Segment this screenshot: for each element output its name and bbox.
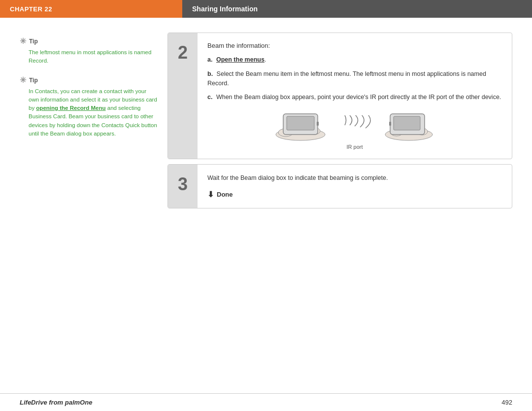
ir-waves [342,115,372,135]
step-2-open-menus[interactable]: Open the menus [216,56,265,63]
svg-rect-7 [317,122,319,126]
step-3-content: Wait for the Beam dialog box to indicate… [198,165,512,208]
step-2-intro: Beam the information: [207,42,502,49]
sidebar: ✳ Tip The leftmost menu in most applicat… [20,33,158,383]
svg-rect-15 [389,122,391,126]
device-right-svg [379,109,438,141]
tip-1: ✳ Tip The leftmost menu in most applicat… [20,37,158,66]
chapter-label: CHAPTER 22 [0,0,182,18]
footer-brand: LifeDrive from palmOne [20,399,92,406]
tip-1-heading: ✳ Tip [20,37,158,45]
tip-2-link[interactable]: opening the Record Menu [36,105,105,111]
tip-1-label: Tip [29,38,38,45]
tip-1-star-icon: ✳ [20,37,26,45]
step-2-label-a: a. [207,56,212,63]
tip-2-label: Tip [29,77,38,84]
step-2-content: Beam the information: a. Open the menus.… [198,33,512,159]
tip-1-text: The leftmost menu in most applications i… [20,48,158,66]
section-title-text: Sharing Information [192,5,258,13]
ir-port-label: IR port [207,144,502,150]
svg-rect-6 [287,116,314,130]
section-title: Sharing Information [182,0,532,18]
tip-2-text: In Contacts, you can create a contact wi… [20,87,158,138]
step-3-block: 3 Wait for the Beam dialog box to indica… [167,164,512,208]
tip-2-heading: ✳ Tip [20,76,158,84]
step-2-block: 2 Beam the information: a. Open the menu… [167,33,512,159]
step-3-number-col: 3 [168,165,198,208]
step-2-text-c: When the Beam dialog box appears, point … [216,94,501,101]
step-2-item-a: a. Open the menus. [207,55,502,65]
device-left-svg [271,109,335,141]
step-2-text-b: Select the Beam menu item in the leftmos… [207,70,486,87]
step-2-label-b: b. [207,70,213,77]
step-2-number: 2 [178,44,188,62]
tip-2: ✳ Tip In Contacts, you can create a cont… [20,76,158,138]
content-area: 2 Beam the information: a. Open the menu… [167,33,512,383]
ir-illustration [207,109,502,141]
done-label-text: Done [217,191,233,198]
step-3-done: ⬇ Done [207,190,502,199]
done-arrow-icon: ⬇ [207,190,214,199]
svg-rect-14 [394,116,420,130]
step-3-number: 3 [178,175,188,193]
footer-page-number: 492 [501,399,512,406]
step-2-label-c: c. [207,94,212,101]
ir-waves-svg [342,115,372,135]
page-header: CHAPTER 22 Sharing Information [0,0,532,18]
step-2-period: . [265,56,266,63]
step-2-item-c: c. When the Beam dialog box appears, poi… [207,93,502,102]
tip-2-star-icon: ✳ [20,76,26,84]
page-footer: LifeDrive from palmOne 492 [0,393,532,411]
step-3-wait-text: Wait for the Beam dialog box to indicate… [207,173,502,183]
step-2-item-b: b. Select the Beam menu item in the left… [207,69,502,88]
step-2-number-col: 2 [168,33,198,159]
main-content: ✳ Tip The leftmost menu in most applicat… [0,18,532,393]
chapter-text: CHAPTER 22 [10,5,52,13]
